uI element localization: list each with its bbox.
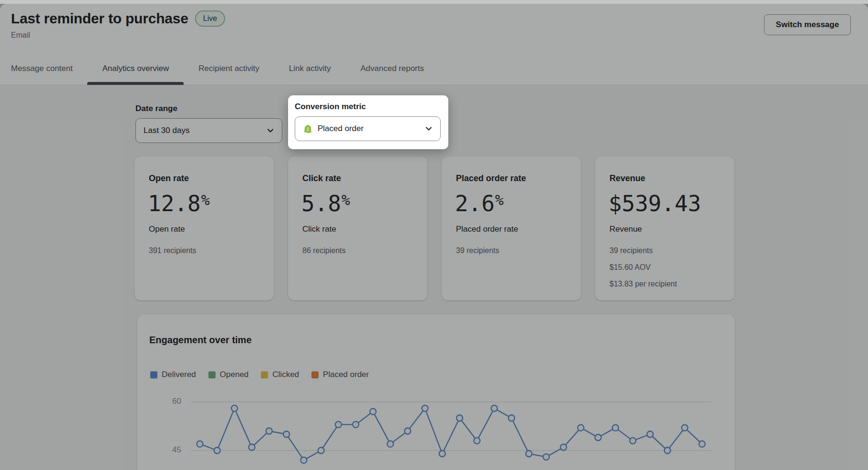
shopify-icon xyxy=(303,124,313,134)
dim-overlay xyxy=(0,4,868,470)
conversion-metric-select[interactable]: Placed order xyxy=(295,116,441,141)
conversion-metric-label: Conversion metric xyxy=(295,102,366,112)
conversion-metric-value: Placed order xyxy=(318,124,425,133)
conversion-metric-spotlight: Conversion metric Placed order xyxy=(288,95,448,149)
chevron-down-icon xyxy=(425,125,433,133)
